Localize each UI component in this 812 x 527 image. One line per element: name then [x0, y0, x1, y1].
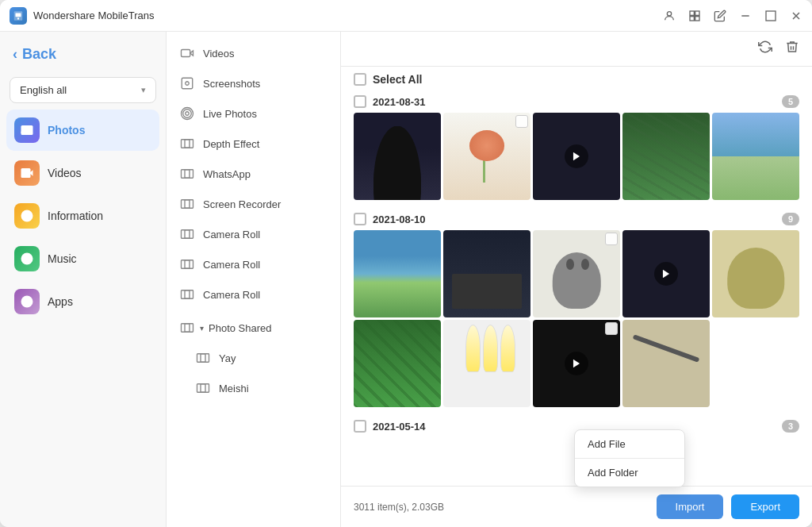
sidebar-item-videos[interactable]: Videos: [6, 152, 159, 194]
photos-icon: [14, 117, 40, 143]
group-2-checkbox[interactable]: [354, 213, 366, 225]
middle-item-screenshots[interactable]: Screenshots: [167, 68, 340, 98]
middle-item-yay[interactable]: Yay: [167, 343, 340, 373]
photo-shared-icon: [179, 320, 195, 336]
camera-icon: [179, 45, 195, 61]
middle-item-whatsapp[interactable]: WhatsApp: [167, 159, 340, 189]
svg-rect-45: [201, 354, 209, 363]
photo-cell-6[interactable]: [354, 230, 441, 317]
sidebar: ‹ Back English all ▾ Photos Vid: [0, 32, 167, 527]
user-icon[interactable]: [663, 10, 676, 22]
photo-cell-2[interactable]: [443, 113, 530, 200]
sidebar-item-apps-label: Apps: [48, 295, 73, 308]
export-button[interactable]: Export: [731, 494, 799, 519]
photo-cell-14[interactable]: [622, 320, 710, 407]
live-photos-icon: [179, 106, 195, 121]
svg-point-28: [183, 110, 192, 118]
titlebar: Wondershare MobileTrans: [0, 0, 812, 32]
svg-point-27: [186, 112, 190, 116]
photo-cell-1[interactable]: [354, 113, 441, 200]
middle-item-depth-effect[interactable]: Depth Effect: [167, 129, 340, 159]
photo-cell-10[interactable]: [712, 230, 799, 317]
svg-point-3: [667, 11, 671, 15]
middle-item-videos[interactable]: Videos: [167, 38, 340, 68]
information-icon: [14, 203, 40, 229]
photo-cell-7[interactable]: [443, 230, 530, 317]
refresh-icon[interactable]: [758, 40, 772, 58]
svg-point-2: [17, 17, 19, 19]
photo-shared-sub: Yay Meishi: [167, 343, 340, 403]
photo-group-2: 2021-08-10 9: [354, 206, 799, 407]
svg-point-26: [186, 82, 190, 86]
screenshot-icon: [179, 75, 195, 91]
play-button-13[interactable]: [565, 352, 588, 375]
middle-item-camera-roll-2[interactable]: Camera Roll: [167, 249, 340, 279]
close-button[interactable]: [790, 10, 802, 22]
photo-cell-9[interactable]: [622, 230, 710, 317]
add-file-item[interactable]: Add File: [575, 430, 684, 458]
middle-item-depth-effect-label: Depth Effect: [203, 138, 259, 150]
middle-item-whatsapp-label: WhatsApp: [203, 168, 251, 180]
middle-item-screen-recorder[interactable]: Screen Recorder: [167, 189, 340, 219]
delete-icon[interactable]: [785, 40, 799, 58]
sidebar-item-photos[interactable]: Photos: [6, 110, 159, 151]
play-button-9[interactable]: [654, 262, 678, 286]
sidebar-nav: Photos Videos Information: [0, 110, 166, 322]
photo-cell-4[interactable]: [622, 113, 710, 200]
middle-item-live-photos[interactable]: Live Photos: [167, 98, 340, 129]
back-button[interactable]: ‹ Back: [0, 38, 166, 71]
group-2-count: 9: [782, 213, 799, 225]
middle-item-camera-roll-1[interactable]: Camera Roll: [167, 219, 340, 249]
camera-roll-3-icon: [179, 287, 195, 302]
group-3-checkbox[interactable]: [354, 420, 366, 433]
photo-shared-section: ▾ Photo Shared Yay Meishi: [167, 310, 340, 406]
svg-rect-44: [197, 354, 206, 363]
edit-icon[interactable]: [714, 10, 726, 22]
photo-cell-11[interactable]: [354, 320, 441, 407]
import-button[interactable]: Import: [657, 494, 724, 519]
device-selector[interactable]: English all ▾: [10, 77, 156, 103]
middle-item-camera-roll-1-label: Camera Roll: [203, 229, 260, 240]
play-button-3[interactable]: [565, 144, 588, 168]
yay-icon: [195, 350, 211, 366]
app-title: Wondershare MobileTrans: [33, 10, 154, 21]
photo-cell-13[interactable]: [533, 320, 620, 407]
middle-item-camera-roll-3[interactable]: Camera Roll: [167, 279, 340, 310]
photo-cell-12[interactable]: [443, 320, 530, 407]
chevron-down-icon: ▾: [141, 85, 146, 95]
svg-rect-9: [766, 11, 776, 21]
select-all-checkbox[interactable]: [354, 73, 366, 86]
group-header-left-2: 2021-08-10: [354, 213, 426, 225]
sidebar-item-music[interactable]: Music: [6, 238, 159, 279]
middle-item-yay-label: Yay: [219, 352, 236, 364]
photo-cell-8[interactable]: [533, 230, 620, 317]
sidebar-item-apps[interactable]: Apps: [6, 281, 159, 322]
scroll-content: 2021-08-31 5: [341, 89, 812, 486]
middle-item-meishi-label: Meishi: [219, 383, 249, 394]
group-3-count: 3: [782, 420, 799, 433]
middle-item-meishi[interactable]: Meishi: [167, 373, 340, 403]
svg-rect-4: [690, 11, 694, 15]
photo-grid-2b: [354, 320, 799, 407]
photo-grid-2: [354, 230, 799, 317]
photo-shared-header[interactable]: ▾ Photo Shared: [167, 313, 340, 343]
group-1-checkbox[interactable]: [354, 95, 366, 108]
maximize-button[interactable]: [764, 10, 777, 22]
depth-effect-icon: [179, 136, 195, 152]
photo-cell-3[interactable]: [533, 113, 620, 200]
add-folder-item[interactable]: Add Folder: [575, 459, 684, 487]
photo-grid-1: [354, 113, 799, 200]
content-area: Select All 2021-08-31 5: [341, 32, 812, 527]
bottom-bar: 3011 item(s), 2.03GB Import Export Add F…: [341, 486, 812, 527]
minimize-button[interactable]: [739, 10, 752, 22]
svg-rect-7: [695, 16, 699, 20]
svg-rect-41: [185, 290, 193, 299]
window-icon[interactable]: [688, 10, 701, 22]
svg-rect-31: [185, 140, 193, 148]
bottom-buttons: Import Export: [657, 494, 799, 519]
sidebar-item-information[interactable]: Information: [6, 195, 159, 237]
svg-marker-50: [573, 360, 580, 368]
sidebar-item-videos-label: Videos: [48, 167, 82, 179]
middle-item-live-photos-label: Live Photos: [203, 108, 257, 120]
photo-cell-5[interactable]: [712, 113, 799, 200]
